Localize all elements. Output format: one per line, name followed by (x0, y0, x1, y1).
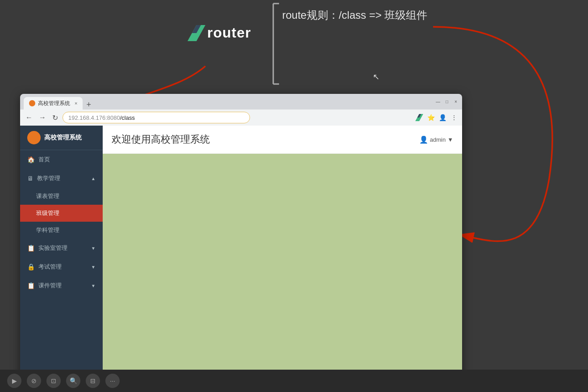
router-label-text: router (207, 25, 251, 41)
lab-icon: 📋 (27, 244, 35, 252)
admin-area[interactable]: 👤 admin ▼ (419, 135, 453, 144)
sidebar-group-teaching[interactable]: 🖥 教学管理 ▲ (20, 169, 103, 188)
address-bar[interactable]: 192.168.4.176:8080/class (63, 112, 250, 123)
extensions-icon[interactable]: ⭐ (426, 113, 435, 122)
vue-logo-icon (188, 25, 205, 41)
tab-title: 高校管理系统 (38, 100, 70, 107)
admin-icon: 👤 (419, 135, 428, 144)
home-icon: 🏠 (27, 156, 35, 163)
teaching-group-left: 🖥 教学管理 (27, 174, 60, 182)
sidebar-logo: 高校管理系统 (20, 126, 103, 150)
refresh-btn[interactable]: ↻ (50, 113, 60, 123)
schedule-label: 课表管理 (36, 192, 59, 200)
play-btn[interactable]: ▶ (7, 374, 21, 388)
teaching-icon: 🖥 (27, 175, 33, 182)
browser-top-bar: 高校管理系统 × + — □ × (20, 94, 462, 110)
admin-chevron: ▼ (447, 136, 453, 143)
sidebar-logo-text: 高校管理系统 (44, 134, 82, 142)
sidebar-item-home-label: 首页 (38, 156, 50, 164)
teaching-chevron: ▲ (91, 176, 96, 181)
profile-icon[interactable]: 👤 (438, 113, 447, 122)
address-ip: 192.168.4.176:8080 (68, 114, 120, 121)
app-content: 高校管理系统 🏠 首页 🖥 教学管理 ▲ 课表管理 班级管理 (20, 126, 462, 380)
main-title: 欢迎使用高校管理系统 (112, 133, 210, 146)
sidebar-logo-icon (27, 131, 41, 144)
courseware-group-left: 📋 课件管理 (27, 282, 62, 290)
sidebar-item-subject[interactable]: 学科管理 (20, 222, 103, 239)
browser-window: 高校管理系统 × + — □ × ← → ↻ 192.168.4.176:808… (20, 94, 462, 380)
slash-btn[interactable]: ⊘ (27, 374, 41, 388)
lab-label: 实验室管理 (38, 244, 67, 252)
forward-btn[interactable]: → (37, 113, 48, 122)
vue-browser-icon (415, 113, 424, 122)
browser-icon-group: ⭐ 👤 ⋮ (415, 113, 459, 122)
exam-group-left: 🔒 考试管理 (27, 263, 62, 271)
bottom-toolbar: ▶ ⊘ ⊡ 🔍 ⊟ ··· (0, 370, 588, 392)
tab-row: 高校管理系统 × + (24, 94, 459, 110)
new-tab-btn[interactable]: + (83, 100, 95, 110)
record-btn[interactable]: ⊡ (46, 374, 61, 388)
tab-favicon (29, 100, 35, 106)
courseware-chevron: ▼ (91, 283, 96, 288)
maximize-btn[interactable]: □ (444, 99, 450, 105)
vue-router-label: router (188, 25, 251, 41)
minus-btn[interactable]: ⊟ (86, 374, 100, 388)
class-content-area (103, 154, 462, 380)
minimize-btn[interactable]: — (435, 99, 441, 105)
exam-icon: 🔒 (27, 263, 35, 270)
lab-group-left: 📋 实验室管理 (27, 244, 67, 252)
sidebar-item-schedule[interactable]: 课表管理 (20, 188, 103, 205)
sidebar-group-exam[interactable]: 🔒 考试管理 ▼ (20, 257, 103, 276)
admin-label: admin (430, 136, 446, 143)
more-btn[interactable]: ··· (105, 374, 120, 388)
sidebar-item-home[interactable]: 🏠 首页 (20, 150, 103, 169)
sidebar: 高校管理系统 🏠 首页 🖥 教学管理 ▲ 课表管理 班级管理 (20, 126, 103, 380)
search-btn[interactable]: 🔍 (66, 374, 80, 388)
class-label: 班级管理 (36, 209, 59, 217)
sidebar-group-courseware[interactable]: 📋 课件管理 ▼ (20, 276, 103, 295)
sidebar-item-class[interactable]: 班级管理 (20, 205, 103, 222)
teaching-label: 教学管理 (37, 174, 60, 182)
route-rule-annotation: route规则：/class => 班级组件 (282, 8, 427, 22)
close-btn[interactable]: × (453, 99, 459, 105)
address-path: /class (120, 114, 135, 121)
address-bar-row: ← → ↻ 192.168.4.176:8080/class ⭐ 👤 ⋮ (20, 110, 462, 126)
svg-text:↖: ↖ (373, 72, 379, 81)
exam-label: 考试管理 (38, 263, 62, 271)
lab-chevron: ▼ (91, 246, 96, 251)
courseware-icon: 📋 (27, 282, 35, 289)
back-btn[interactable]: ← (24, 113, 34, 122)
window-controls: — □ × (435, 99, 459, 105)
subject-label: 学科管理 (36, 226, 59, 234)
tab-close-btn[interactable]: × (75, 101, 77, 106)
active-tab[interactable]: 高校管理系统 × (24, 97, 83, 110)
courseware-label: 课件管理 (38, 282, 62, 290)
sidebar-group-lab[interactable]: 📋 实验室管理 ▼ (20, 239, 103, 257)
main-header: 欢迎使用高校管理系统 👤 admin ▼ (103, 126, 462, 154)
menu-icon[interactable]: ⋮ (450, 113, 459, 122)
exam-chevron: ▼ (91, 265, 96, 270)
main-content: 欢迎使用高校管理系统 👤 admin ▼ (103, 126, 462, 380)
